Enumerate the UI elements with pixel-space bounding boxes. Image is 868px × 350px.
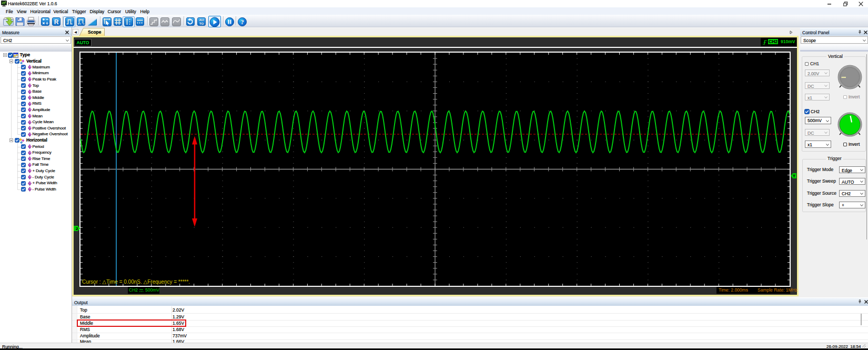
svg-text:T: T	[793, 174, 795, 178]
svg-text:Cursor : △Time = 0.00nS. △Freq: Cursor : △Time = 0.00nS. △Frequency = **…	[82, 279, 190, 285]
svg-text:?: ?	[240, 18, 244, 26]
svg-text:R: R	[54, 18, 58, 26]
svg-text:TO: TO	[199, 22, 204, 25]
svg-text:AU: AU	[199, 18, 204, 22]
svg-text:2: 2	[76, 226, 78, 231]
